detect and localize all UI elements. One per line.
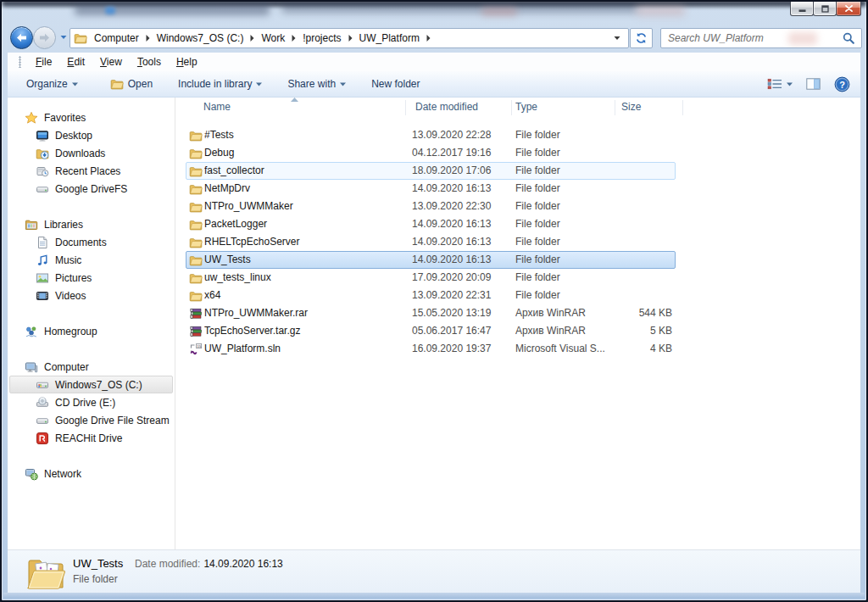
preview-pane-icon — [806, 78, 821, 90]
sidebar-label: Windows7_OS (C:) — [55, 379, 142, 391]
address-bar[interactable]: ComputerWindows7_OS (C:)Work!projectsUW_… — [70, 28, 629, 48]
sidebar-item-network[interactable]: Network — [8, 465, 175, 482]
address-dropdown-icon[interactable] — [614, 36, 620, 41]
sidebar-item-google-drive-file-stream-g[interactable]: Google Drive File Stream (G: — [9, 411, 173, 429]
new-folder-button[interactable]: New folder — [371, 78, 420, 90]
sidebar-item-reachit-drive[interactable]: REACHit Drive — [9, 429, 173, 447]
open-button[interactable]: Open — [110, 77, 153, 91]
breadcrumb-work[interactable]: Work — [259, 32, 287, 44]
sidebar-label: CD Drive (E:) — [55, 397, 115, 409]
column-header-size[interactable]: Size — [621, 101, 641, 113]
file-row-ntpro-uwmmaker[interactable]: NTPro_UWMMaker13.09.2020 22:30File folde… — [186, 198, 676, 215]
hdd-icon — [36, 378, 49, 392]
sidebar-item-downloads[interactable]: Downloads — [9, 144, 173, 162]
file-date-modified: 05.06.2017 16:47 — [412, 323, 512, 339]
sidebar-item-favorites[interactable]: Favorites — [8, 109, 175, 126]
file-row-rheltcpechoserver[interactable]: RHELTcpEchoServer14.09.2020 16:13File fo… — [186, 233, 676, 251]
search-input[interactable]: Search UW_Platform — [668, 32, 843, 44]
file-row-debug[interactable]: Debug04.12.2017 19:16File folder — [186, 144, 676, 162]
maximize-button[interactable] — [813, 2, 837, 16]
menu-view[interactable]: View — [92, 54, 130, 70]
sidebar-section-homegroup: Homegroup — [8, 322, 175, 340]
file-name: PacketLogger — [204, 216, 406, 232]
column-header-date[interactable]: Date modified — [415, 101, 478, 113]
file-type: File folder — [515, 287, 622, 304]
column-header-type[interactable]: Type — [515, 101, 537, 113]
recent-pages-dropdown[interactable] — [60, 35, 67, 40]
sidebar-item-homegroup[interactable]: Homegroup — [8, 322, 175, 340]
command-bar: Organize Open Include in library Share w… — [8, 71, 860, 98]
pictures-icon — [36, 271, 49, 285]
details-item-name: UW_Tests — [73, 557, 123, 570]
file-type: File folder — [515, 270, 622, 286]
sidebar-item-cd-drive-e[interactable]: CD Drive (E:) — [9, 393, 173, 411]
breadcrumb-uw-platform[interactable]: UW_Platform — [358, 32, 421, 44]
refresh-button[interactable] — [630, 28, 653, 48]
menu-file[interactable]: File — [28, 54, 59, 70]
sidebar-item-pictures[interactable]: Pictures — [9, 269, 173, 287]
sidebar-item-documents[interactable]: Documents — [9, 233, 173, 251]
file-date-modified: 14.09.2020 16:13 — [412, 181, 512, 197]
breadcrumb-projects[interactable]: !projects — [301, 32, 342, 44]
file-row-netmpdrv[interactable]: NetMpDrv14.09.2020 16:13File folder — [186, 180, 676, 198]
breadcrumb-separator-icon[interactable] — [426, 35, 431, 42]
sidebar-item-videos[interactable]: Videos — [9, 287, 173, 304]
file-row-packetlogger[interactable]: PacketLogger14.09.2020 16:13File folder — [186, 215, 676, 233]
file-row-uw-tests-linux[interactable]: uw_tests_linux17.09.2020 20:09File folde… — [186, 269, 676, 287]
include-in-library-button[interactable]: Include in library — [178, 78, 262, 90]
column-resize-handle[interactable] — [615, 100, 615, 115]
column-resize-handle[interactable] — [682, 100, 683, 115]
preview-pane-button[interactable] — [806, 78, 821, 90]
share-with-label: Share with — [287, 78, 336, 90]
organize-button[interactable]: Organize — [26, 78, 78, 90]
help-button[interactable]: ? — [834, 76, 850, 92]
search-box[interactable]: Search UW_Platform — [660, 28, 862, 48]
breadcrumb-separator-icon[interactable] — [348, 35, 353, 42]
file-date-modified: 14.09.2020 16:13 — [412, 216, 512, 232]
open-folder-icon — [110, 77, 124, 91]
file-date-modified: 04.12.2017 19:16 — [412, 145, 512, 161]
libraries-icon — [25, 218, 38, 231]
file-list: Name Date modified Type Size #Tests13.09… — [175, 98, 860, 549]
menu-help[interactable]: Help — [169, 54, 205, 70]
breadcrumb-windows7-os-c[interactable]: Windows7_OS (C:) — [155, 32, 246, 44]
sidebar-item-computer[interactable]: Computer — [8, 358, 175, 376]
title-bar[interactable] — [2, 2, 866, 25]
sidebar-item-google-drivefs[interactable]: Google DriveFS — [9, 180, 173, 198]
sidebar-item-recent-places[interactable]: Recent Places — [9, 162, 173, 180]
file-date-modified: 16.09.2020 19:37 — [412, 341, 512, 357]
file-row-uw-tests[interactable]: UW_Tests14.09.2020 16:13File folder — [186, 251, 676, 269]
file-row-uw-platform-sln[interactable]: 15UW_Platform.sln16.09.2020 19:37Microso… — [186, 340, 676, 358]
breadcrumb-separator-icon[interactable] — [250, 35, 254, 42]
back-button[interactable] — [10, 26, 33, 49]
column-header-name[interactable]: Name — [203, 101, 231, 113]
sidebar-item-windows7-os-c[interactable]: Windows7_OS (C:) — [9, 376, 173, 393]
file-row-x64[interactable]: x6413.09.2020 22:31File folder — [186, 287, 676, 304]
forward-button[interactable] — [33, 26, 56, 49]
file-row-tests[interactable]: #Tests13.09.2020 22:28File folder — [186, 126, 676, 144]
sidebar-label: Google DriveFS — [55, 183, 127, 195]
file-row-fast-collector[interactable]: fast_collector18.09.2020 17:06File folde… — [186, 162, 676, 180]
menu-tools[interactable]: Tools — [130, 54, 169, 70]
sidebar-item-desktop[interactable]: Desktop — [9, 126, 173, 144]
column-resize-handle[interactable] — [511, 100, 512, 115]
minimize-button[interactable] — [790, 2, 814, 16]
sidebar-item-music[interactable]: Music — [9, 251, 173, 269]
file-row-tcpechoserver-tar-gz[interactable]: TcpEchoServer.tar.gz05.06.2017 16:47Архи… — [186, 322, 676, 340]
breadcrumb-separator-icon[interactable] — [292, 35, 296, 42]
change-view-button[interactable] — [767, 78, 793, 90]
menu-edit[interactable]: Edit — [59, 54, 92, 70]
column-resize-handle[interactable] — [405, 100, 406, 115]
breadcrumb-separator-icon[interactable] — [146, 35, 150, 42]
breadcrumb-computer[interactable]: Computer — [92, 32, 141, 44]
navigation-pane: FavoritesDesktopDownloadsRecent PlacesGo… — [8, 98, 175, 549]
close-button[interactable] — [836, 2, 861, 16]
file-row-ntpro-uwmmaker-rar[interactable]: NTPro_UWMMaker.rar15.05.2020 13:19Архив … — [186, 304, 676, 322]
breadcrumb: ComputerWindows7_OS (C:)Work!projectsUW_… — [87, 32, 609, 44]
computer-icon — [25, 360, 38, 374]
sidebar-item-libraries[interactable]: Libraries — [8, 215, 175, 233]
share-with-button[interactable]: Share with — [287, 78, 346, 90]
file-name: #Tests — [204, 127, 406, 143]
file-name: TcpEchoServer.tar.gz — [204, 323, 406, 339]
gdrive-icon — [36, 414, 49, 427]
